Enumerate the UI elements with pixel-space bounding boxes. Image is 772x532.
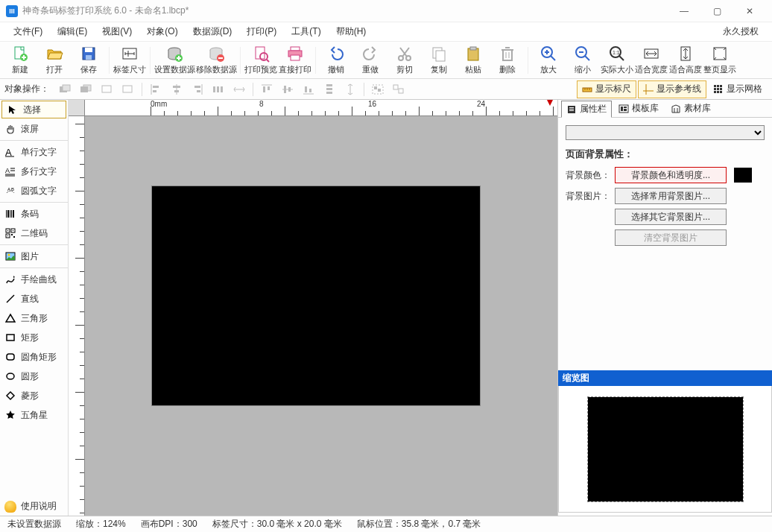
actual-button[interactable]: 1:1实际大小	[600, 43, 634, 77]
svg-rect-38	[80, 86, 88, 92]
tab-templates[interactable]: 模板库	[613, 100, 664, 117]
tab-properties[interactable]: 属性栏	[561, 101, 612, 118]
delete-button[interactable]: 删除	[490, 43, 525, 77]
show-ruler-toggle[interactable]: 显示标尺	[577, 80, 636, 98]
open-button[interactable]: 打开	[37, 43, 72, 77]
menu-object[interactable]: 对象(O)	[139, 25, 185, 38]
tool-qr[interactable]: 二维码	[0, 224, 68, 243]
svg-rect-61	[309, 89, 311, 92]
fitpage-label: 整页显示	[703, 64, 736, 75]
svg-rect-110	[7, 335, 14, 341]
group-icon[interactable]	[369, 81, 387, 98]
zoomin-button[interactable]: 放大	[531, 43, 566, 77]
undo-button[interactable]: 撤销	[319, 43, 353, 77]
dist-h-icon[interactable]	[209, 81, 227, 98]
bg-color-button[interactable]: 背景颜色和透明度...	[615, 167, 727, 183]
align-right-icon[interactable]	[189, 81, 206, 98]
tool-textarc[interactable]: AB圆弧文字	[0, 181, 68, 200]
same-width-icon[interactable]	[230, 81, 248, 98]
fitw-button[interactable]: 适合宽度	[634, 43, 668, 77]
save-button[interactable]: 保存	[72, 43, 106, 77]
tool-line[interactable]: 直线	[0, 289, 68, 308]
svg-line-28	[585, 56, 589, 60]
tool-textm[interactable]: A多行文字	[0, 162, 68, 181]
tool-ellipse[interactable]: 圆形	[0, 367, 68, 386]
minimize-button[interactable]: —	[668, 0, 700, 22]
tool-diamond[interactable]: 菱形	[0, 386, 68, 405]
tool-pan[interactable]: 滚屏	[0, 119, 68, 139]
tool-image[interactable]: 图片	[0, 247, 68, 266]
object-selector[interactable]	[566, 125, 765, 140]
tool-select[interactable]: 选择	[1, 101, 66, 118]
labelsize-button[interactable]: 标签尺寸	[113, 43, 147, 77]
setds-button[interactable]: 设置数据源	[154, 43, 195, 77]
menu-help[interactable]: 帮助(H)	[329, 25, 374, 38]
bg-image-common-button[interactable]: 选择常用背景图片...	[615, 188, 727, 204]
copy-label: 复制	[431, 64, 447, 75]
horizontal-ruler[interactable]: 0mm81624	[85, 100, 557, 116]
preview-button[interactable]: 打印预览	[244, 43, 278, 77]
svg-rect-15	[291, 55, 300, 60]
layer-front-icon[interactable]	[57, 81, 75, 98]
tool-diamond-label: 菱形	[21, 390, 39, 402]
canvas[interactable]	[85, 116, 557, 516]
close-button[interactable]: ✕	[733, 0, 766, 22]
line-icon	[4, 293, 16, 305]
align-left-icon[interactable]	[147, 81, 165, 98]
menu-edit[interactable]: 编辑(E)	[50, 25, 95, 38]
copy-button[interactable]: 复制	[422, 43, 456, 77]
svg-rect-115	[569, 109, 574, 110]
rmds-button[interactable]: 移除数据源	[195, 43, 237, 77]
layer-up-icon[interactable]	[98, 81, 116, 98]
fith-button[interactable]: 适合高度	[668, 43, 703, 77]
object-toolbar-label: 对象操作：	[4, 83, 49, 95]
zoomout-button[interactable]: 缩小	[566, 43, 600, 77]
bg-image-other-button[interactable]: 选择其它背景图片...	[615, 209, 727, 225]
bg-color-swatch[interactable]	[734, 168, 752, 183]
menu-view[interactable]: 视图(V)	[95, 25, 139, 38]
cut-button[interactable]: 剪切	[387, 43, 422, 77]
bg-image-clear-button[interactable]: 清空背景图片	[615, 229, 727, 246]
menu-file[interactable]: 文件(F)	[6, 25, 50, 38]
tool-text1[interactable]: A单行文字	[0, 142, 68, 162]
align-hcenter-icon[interactable]	[168, 81, 186, 98]
vertical-ruler[interactable]	[69, 116, 85, 516]
text1-icon: A	[4, 146, 16, 158]
zoomout-icon	[574, 45, 592, 63]
tool-barcode[interactable]: 条码	[0, 204, 68, 224]
align-vcenter-icon[interactable]	[279, 81, 297, 98]
print-button[interactable]: 直接打印	[278, 43, 312, 77]
tool-rrect[interactable]: 圆角矩形	[0, 347, 68, 367]
maximize-button[interactable]: ▢	[700, 0, 733, 22]
thumbnail[interactable]	[588, 397, 743, 501]
menu-datasrc[interactable]: 数据源(D)	[186, 25, 240, 38]
align-top-icon[interactable]	[258, 81, 276, 98]
paste-button[interactable]: 粘贴	[456, 43, 490, 77]
tab-assets[interactable]: 素材库	[665, 100, 716, 117]
cut-label: 剪切	[396, 64, 413, 75]
fitpage-button[interactable]: 整页显示	[703, 43, 737, 77]
dist-v-icon[interactable]	[320, 81, 338, 98]
new-button[interactable]: 新建	[3, 43, 37, 77]
menu-print[interactable]: 打印(P)	[239, 25, 284, 38]
tool-star[interactable]: 五角星	[0, 405, 68, 425]
help-link[interactable]: 使用说明	[0, 497, 68, 516]
svg-rect-46	[174, 90, 179, 92]
layer-down-icon[interactable]	[119, 81, 137, 98]
label-page[interactable]	[152, 186, 480, 405]
ungroup-icon[interactable]	[390, 81, 408, 98]
tool-freehand[interactable]: 手绘曲线	[0, 270, 68, 289]
tool-rect[interactable]: 矩形	[0, 328, 68, 347]
same-height-icon[interactable]	[341, 81, 359, 98]
show-guides-toggle[interactable]: 显示参考线	[638, 80, 706, 98]
tool-tri-label: 三角形	[21, 312, 48, 325]
redo-button[interactable]: 重做	[353, 43, 387, 77]
tool-tri[interactable]: 三角形	[0, 308, 68, 328]
bg-color-label: 背景颜色：	[566, 169, 610, 182]
layer-back-icon[interactable]	[77, 81, 95, 98]
menu-tools[interactable]: 工具(T)	[284, 25, 328, 38]
show-grid-toggle[interactable]: 显示网格	[708, 80, 768, 98]
svg-rect-119	[624, 107, 627, 108]
align-bottom-icon[interactable]	[300, 81, 317, 98]
status-zoom: 缩放：124%	[76, 518, 126, 531]
